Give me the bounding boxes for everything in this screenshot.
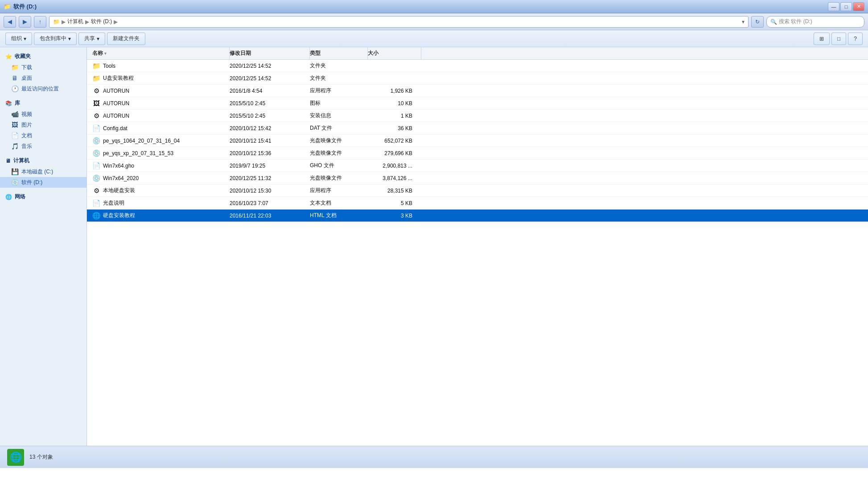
share-button[interactable]: 共享 ▾ [78, 33, 105, 45]
column-header-date[interactable]: 修改日期 [230, 47, 310, 59]
help-button[interactable]: ? [848, 33, 863, 45]
file-date-cell: 2020/12/25 14:52 [230, 75, 310, 82]
status-bar: 🌐 13 个对象 [0, 446, 868, 468]
sidebar-section-computer: 🖥 计算机 💾 本地磁盘 (C:) 💿 软件 (D:) [0, 155, 86, 188]
table-row[interactable]: 💿 Win7x64_2020 2020/12/25 11:32 光盘映像文件 3… [87, 172, 868, 185]
sidebar-favorites-header: ⭐ 收藏夹 [0, 51, 86, 62]
file-name: AUTORUN [103, 113, 129, 119]
back-button[interactable]: ◀ [4, 16, 16, 28]
table-row[interactable]: ⚙ AUTORUN 2015/5/10 2:45 安装信息 1 KB [87, 110, 868, 122]
table-row[interactable]: 📁 U盘安装教程 2020/12/25 14:52 文件夹 [87, 72, 868, 85]
minimize-button[interactable]: — [828, 2, 839, 11]
file-date-cell: 2016/10/23 7:07 [230, 200, 310, 206]
up-button[interactable]: ↑ [34, 16, 46, 28]
close-button[interactable]: ✕ [853, 2, 864, 11]
file-name-cell: 📄 光盘说明 [87, 199, 230, 207]
file-name: pe_yqs_1064_20_07_31_16_04 [103, 138, 180, 144]
file-date-cell: 2020/10/12 15:41 [230, 138, 310, 144]
sidebar-item-music[interactable]: 🎵 音乐 [0, 141, 86, 152]
sidebar-section-favorites: ⭐ 收藏夹 📁 下载 🖥 桌面 🕐 最近访问的位置 [0, 51, 86, 94]
favorites-icon: ⭐ [5, 53, 12, 60]
file-type-cell: 文件夹 [310, 74, 368, 82]
path-dropdown-arrow[interactable]: ▾ [742, 19, 745, 25]
file-type-cell: 光盘映像文件 [310, 137, 368, 144]
table-row[interactable]: 💿 pe_yqs_xp_20_07_31_15_53 2020/10/12 15… [87, 147, 868, 160]
file-name-cell: 💿 pe_yqs_1064_20_07_31_16_04 [87, 137, 230, 145]
sidebar-item-downloads[interactable]: 📁 下载 [0, 62, 86, 73]
file-type-cell: 应用程序 [310, 187, 368, 194]
desktop-icon: 🖥 [11, 74, 19, 82]
table-row[interactable]: 📁 Tools 2020/12/25 14:52 文件夹 [87, 60, 868, 72]
sidebar-item-recent[interactable]: 🕐 最近访问的位置 [0, 83, 86, 94]
sidebar-item-software-d[interactable]: 💿 软件 (D:) [0, 177, 86, 188]
file-size-cell: 652,072 KB [368, 138, 421, 144]
table-row[interactable]: ⚙ 本地硬盘安装 2020/10/12 15:30 应用程序 28,315 KB [87, 185, 868, 197]
organize-dropdown-icon: ▾ [24, 36, 26, 42]
sidebar-item-local-c[interactable]: 💾 本地磁盘 (C:) [0, 166, 86, 177]
sidebar: ⭐ 收藏夹 📁 下载 🖥 桌面 🕐 最近访问的位置 📚 库 [0, 47, 87, 446]
file-size-cell: 3,874,126 ... [368, 175, 421, 181]
file-size-cell: 10 KB [368, 100, 421, 107]
sidebar-item-images[interactable]: 🖼 图片 [0, 119, 86, 130]
table-row[interactable]: ⚙ AUTORUN 2016/1/8 4:54 应用程序 1,926 KB [87, 85, 868, 97]
file-name: 光盘说明 [103, 199, 124, 207]
column-header-type[interactable]: 类型 [310, 47, 368, 59]
file-date-cell: 2016/11/21 22:03 [230, 213, 310, 219]
organize-button[interactable]: 组织 ▾ [5, 33, 32, 45]
address-path[interactable]: 📁 ▶ 计算机 ▶ 软件 (D:) ▶ ▾ [49, 16, 749, 28]
file-name-cell: 📁 U盘安装教程 [87, 74, 230, 82]
include-library-dropdown-icon: ▾ [68, 36, 71, 42]
column-header-name[interactable]: 名称 ▾ [87, 47, 230, 59]
file-size-cell: 3 KB [368, 213, 421, 219]
new-folder-button[interactable]: 新建文件夹 [107, 33, 145, 45]
file-date-cell: 2020/12/25 14:52 [230, 63, 310, 69]
file-icon: 🌐 [92, 212, 100, 220]
column-header-size[interactable]: 大小 [368, 47, 421, 59]
sidebar-item-videos[interactable]: 📹 视频 [0, 109, 86, 119]
view-options-button[interactable]: ⊞ [814, 33, 830, 45]
file-type-cell: 图标 [310, 99, 368, 107]
table-row[interactable]: 📄 光盘说明 2016/10/23 7:07 文本文档 5 KB [87, 197, 868, 210]
downloads-icon: 📁 [11, 63, 19, 71]
path-segment-computer[interactable]: 计算机 [67, 18, 83, 25]
file-size-cell: 279,696 KB [368, 150, 421, 156]
file-size-cell: 1 KB [368, 113, 421, 119]
file-icon: 💿 [92, 174, 100, 182]
maximize-button[interactable]: □ [840, 2, 852, 11]
table-row[interactable]: 💿 pe_yqs_1064_20_07_31_16_04 2020/10/12 … [87, 135, 868, 147]
table-row[interactable]: 📄 Config.dat 2020/10/12 15:42 DAT 文件 36 … [87, 122, 868, 135]
file-name: 硬盘安装教程 [103, 212, 135, 219]
path-separator-2: ▶ [85, 19, 89, 25]
file-type-cell: DAT 文件 [310, 124, 368, 132]
library-icon: 📚 [5, 100, 12, 107]
file-name: Win7x64_2020 [103, 175, 139, 181]
search-box[interactable]: 🔍 搜索 软件 (D:) [766, 16, 864, 28]
file-icon: 📁 [92, 74, 100, 82]
videos-label: 视频 [21, 111, 32, 118]
table-row[interactable]: 🖼 AUTORUN 2015/5/10 2:45 图标 10 KB [87, 97, 868, 110]
software-d-label: 软件 (D:) [21, 179, 42, 186]
window-icon: 📁 [4, 3, 11, 10]
window-title: 软件 (D:) [13, 3, 37, 11]
path-segment-drive[interactable]: 软件 (D:) [91, 18, 112, 25]
file-date-cell: 2020/10/12 15:42 [230, 125, 310, 132]
include-library-button[interactable]: 包含到库中 ▾ [34, 33, 77, 45]
preview-button[interactable]: □ [831, 33, 846, 45]
sidebar-section-network: 🌐 网络 [0, 191, 86, 202]
file-icon: 📄 [92, 124, 100, 132]
file-name-cell: ⚙ AUTORUN [87, 112, 230, 120]
sidebar-library-header: 📚 库 [0, 98, 86, 109]
file-name: AUTORUN [103, 88, 129, 94]
sidebar-item-docs[interactable]: 📄 文档 [0, 130, 86, 141]
table-row[interactable]: 🌐 硬盘安装教程 2016/11/21 22:03 HTML 文档 3 KB [87, 210, 868, 222]
file-type-cell: GHO 文件 [310, 162, 368, 169]
table-row[interactable]: 📄 Win7x64.gho 2019/9/7 19:25 GHO 文件 2,90… [87, 160, 868, 172]
file-date-cell: 2015/5/10 2:45 [230, 113, 310, 119]
file-name: pe_yqs_xp_20_07_31_15_53 [103, 150, 173, 156]
computer-label: 计算机 [13, 157, 29, 164]
sidebar-item-desktop[interactable]: 🖥 桌面 [0, 73, 86, 83]
refresh-button[interactable]: ↻ [751, 16, 764, 28]
images-icon: 🖼 [11, 121, 19, 129]
desktop-label: 桌面 [21, 74, 32, 82]
forward-button[interactable]: ▶ [19, 16, 31, 28]
